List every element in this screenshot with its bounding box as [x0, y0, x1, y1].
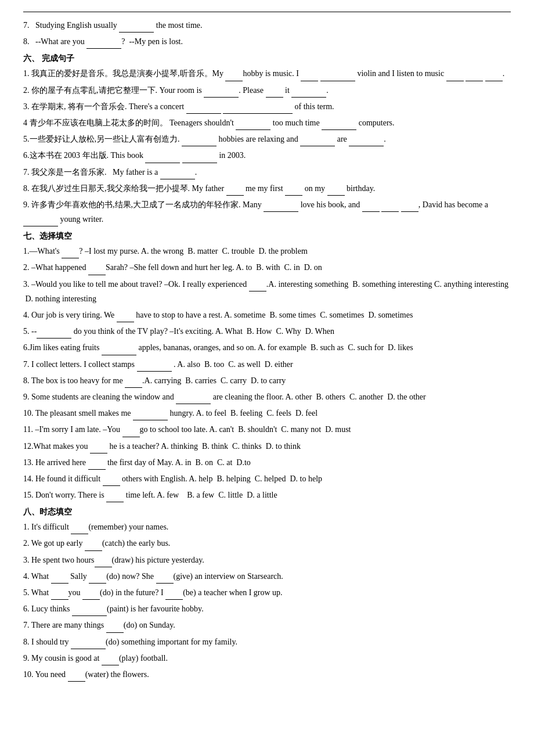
s8-item10: 10. You need (water) the flowers. — [23, 667, 511, 682]
items-7-8: 7. Studying English usually the most tim… — [23, 18, 511, 49]
item-7-text: 7. Studying English usually the most tim… — [23, 21, 203, 30]
s8-item5: 5. What you (do) in the future? I (be) a… — [23, 585, 511, 600]
s7-item13: 13. He arrived here the first day of May… — [23, 455, 511, 470]
section7: 七、选择填空 1.—What's ? –I lost my purse. A. … — [23, 231, 511, 502]
s7-item4: 4. Our job is very tiring. We have to st… — [23, 308, 511, 322]
s7-item3: 3. –Would you like to tell me about trav… — [23, 277, 511, 306]
s6-item9: 9. 许多青少年喜欢他的书,结果,大卫成了一名成功的年轻作家. Many lov… — [23, 197, 511, 226]
s8-item6: 6. Lucy thinks (paint) is her favourite … — [23, 602, 511, 616]
s8-item9: 9. My cousin is good at (play) football. — [23, 651, 511, 665]
top-line — [23, 12, 511, 12]
s6-item7: 7. 我父亲是一名音乐家. My father is a . — [23, 165, 511, 179]
item-8: 8. --What are you ? --My pen is lost. — [23, 34, 511, 49]
s7-item10: 10. The pleasant smell makes me hungry. … — [23, 406, 511, 420]
s6-item1: 1. 我真正的爱好是音乐。我总是演奏小提琴,听音乐。My hobby is mu… — [23, 66, 511, 81]
section6-title: 六、 完成句子 — [23, 53, 511, 64]
s8-item2: 2. We got up early (catch) the early bus… — [23, 536, 511, 550]
s8-item7: 7. There are many things (do) on Sunday. — [23, 618, 511, 632]
s7-item15: 15. Don't worry. There is time left. A. … — [23, 488, 511, 502]
s7-item11: 11. –I'm sorry I am late. –You go to sch… — [23, 422, 511, 437]
section8: 八、时态填空 1. It's difficult (remember) your… — [23, 507, 511, 682]
s7-item12: 12.What makes you he is a teacher? A. th… — [23, 439, 511, 453]
section7-title: 七、选择填空 — [23, 231, 511, 242]
item-8-text: 8. --What are you ? --My pen is lost. — [23, 37, 183, 46]
s7-item2: 2. –What happened Sarah? –She fell down … — [23, 260, 511, 275]
s7-item7: 7. I collect letters. I collect stamps .… — [23, 357, 511, 372]
s6-item2: 2. 你的屋子有点零乱,请把它整理一下. Your room is . Plea… — [23, 83, 511, 98]
s7-item6: 6.Jim likes eating fruits apples, banana… — [23, 340, 511, 355]
s8-item3: 3. He spent two hours(draw) his picture … — [23, 553, 511, 567]
s7-item5: 5. -- do you think of the TV play? –It's… — [23, 324, 511, 339]
section6: 六、 完成句子 1. 我真正的爱好是音乐。我总是演奏小提琴,听音乐。My hob… — [23, 53, 511, 226]
s6-item4: 4 青少年不应该在电脑上花太多的时间。 Teenagers shouldn't … — [23, 116, 511, 130]
s8-item4: 4. What Sally (do) now? She (give) an in… — [23, 569, 511, 584]
s6-item8: 8. 在我八岁过生日那天,我父亲给我一把小提琴. My father me my… — [23, 181, 511, 196]
section8-title: 八、时态填空 — [23, 507, 511, 517]
s6-item6: 6.这本书在 2003 年出版. This book in 2003. — [23, 148, 511, 163]
s7-item1: 1.—What's ? –I lost my purse. A. the wro… — [23, 244, 511, 258]
s7-item14: 14. He found it difficult others with En… — [23, 471, 511, 486]
s6-item3: 3. 在学期末, 将有一个音乐会. There's a concert of t… — [23, 99, 511, 114]
s7-item9: 9. Some students are cleaning the window… — [23, 390, 511, 404]
s6-item5: 5.一些爱好让人放松,另一些让人富有创造力. hobbies are relax… — [23, 132, 511, 146]
item-7: 7. Studying English usually the most tim… — [23, 18, 511, 33]
s8-item1: 1. It's difficult (remember) your names. — [23, 520, 511, 534]
s8-item8: 8. I should try (do) something important… — [23, 635, 511, 649]
s7-item8: 8. The box is too heavy for me .A. carry… — [23, 373, 511, 388]
